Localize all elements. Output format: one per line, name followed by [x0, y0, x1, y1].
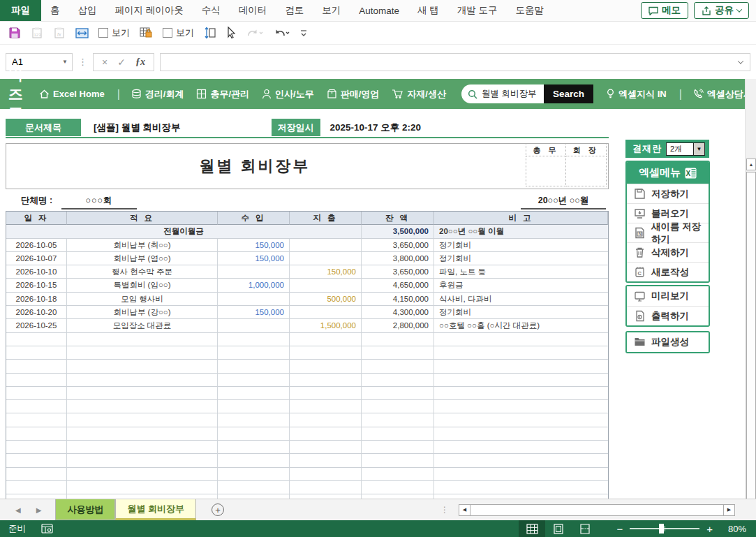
- zoom-in-button[interactable]: +: [706, 523, 713, 535]
- cell-desc[interactable]: [67, 400, 218, 413]
- col-header-date[interactable]: 일 자: [6, 212, 67, 225]
- scroll-left-button[interactable]: ◀: [459, 505, 470, 515]
- category-hr[interactable]: 인사/노무: [262, 88, 314, 101]
- view-toggle-2[interactable]: 보기: [163, 27, 194, 39]
- cell-balance[interactable]: [362, 427, 434, 441]
- cell-balance[interactable]: 3,800,000: [362, 252, 434, 265]
- cell-income[interactable]: [218, 427, 290, 441]
- cell-date[interactable]: [6, 346, 67, 360]
- cell-note[interactable]: [434, 333, 608, 346]
- vertical-scroll-thumb[interactable]: [746, 172, 756, 537]
- col-header-income[interactable]: 수 입: [218, 212, 290, 225]
- cell-desc[interactable]: 회비납부 (염○○): [67, 252, 218, 265]
- category-production[interactable]: 자재/생산: [392, 88, 446, 101]
- zoom-slider[interactable]: [630, 528, 699, 529]
- confirm-entry-icon[interactable]: ✓: [117, 57, 126, 68]
- formula-bar-expand-icon[interactable]: [738, 58, 743, 64]
- cell-date[interactable]: 2026-10-07: [6, 252, 67, 265]
- search-box[interactable]: [461, 84, 544, 103]
- cell-note[interactable]: [434, 427, 608, 441]
- toolbar-overflow-icon[interactable]: [299, 29, 308, 37]
- zoom-out-button[interactable]: −: [616, 523, 623, 535]
- cell-expense[interactable]: [290, 481, 362, 494]
- share-button[interactable]: 공유: [694, 2, 749, 19]
- cell-balance[interactable]: 4,300,000: [362, 306, 434, 319]
- cell-desc[interactable]: [67, 454, 218, 467]
- cell-desc[interactable]: [67, 413, 218, 427]
- cell-income[interactable]: [218, 374, 290, 387]
- cell-balance[interactable]: [362, 441, 434, 454]
- cell-balance[interactable]: 4,650,000: [362, 279, 434, 292]
- insert-function-icon[interactable]: ƒx: [135, 57, 145, 68]
- zoom-slider-thumb[interactable]: [659, 524, 664, 534]
- cell-expense[interactable]: [290, 252, 362, 265]
- cell-expense[interactable]: [290, 427, 362, 441]
- cell-note[interactable]: [434, 374, 608, 387]
- sheet-nav-right-icon[interactable]: ▶: [36, 506, 42, 514]
- sheet-nav-left-icon[interactable]: ◀: [15, 506, 21, 514]
- cell-note[interactable]: 파일, 노트 등: [434, 265, 608, 279]
- cell-note[interactable]: 정기회비: [434, 306, 608, 319]
- cell-expense[interactable]: 1,500,000: [290, 319, 362, 332]
- menu-preview-button[interactable]: 미리보기: [627, 286, 709, 306]
- cell-balance[interactable]: [362, 413, 434, 427]
- cell-income[interactable]: 150,000: [218, 252, 290, 265]
- cell-date[interactable]: 2026-10-25: [6, 319, 67, 332]
- search-button[interactable]: Search: [544, 84, 593, 103]
- cell-expense[interactable]: [290, 374, 362, 387]
- cell-expense[interactable]: [290, 333, 362, 346]
- category-admin[interactable]: 총무/관리: [196, 88, 249, 101]
- cell-note[interactable]: 후원금: [434, 279, 608, 292]
- cell-income[interactable]: [218, 481, 290, 494]
- sheet-tab-usage[interactable]: 사용방법: [55, 499, 115, 520]
- macro-record-icon[interactable]: [41, 524, 53, 534]
- cell-note[interactable]: 식사비, 다과비: [434, 293, 608, 306]
- cell-income[interactable]: [218, 441, 290, 454]
- cell-date[interactable]: [6, 468, 67, 481]
- col-header-balance[interactable]: 잔 액: [362, 212, 434, 225]
- protect-sheet-icon[interactable]: [140, 27, 153, 39]
- cell-income[interactable]: 150,000: [218, 306, 290, 319]
- cell-date[interactable]: [6, 360, 67, 373]
- cell-desc[interactable]: [67, 360, 218, 373]
- dropdown-arrow-icon[interactable]: ▼: [693, 143, 704, 155]
- cell-date[interactable]: 2026-10-20: [6, 306, 67, 319]
- category-accounting[interactable]: 경리/회계: [131, 88, 184, 101]
- category-sales[interactable]: 판매/영업: [327, 88, 380, 101]
- cell-balance[interactable]: [362, 374, 434, 387]
- tab-formulas[interactable]: 수식: [193, 0, 230, 21]
- cell-income[interactable]: [218, 333, 290, 346]
- column-width-icon[interactable]: [75, 27, 89, 39]
- cell-expense[interactable]: [290, 239, 362, 252]
- cell-desc[interactable]: 모임 행사비: [67, 293, 218, 306]
- cell-desc[interactable]: 행사 현수막 주문: [67, 265, 218, 279]
- cell-date[interactable]: 2026-10-05: [6, 239, 67, 252]
- col-header-desc[interactable]: 적 요: [67, 212, 218, 225]
- cell-income[interactable]: 150,000: [218, 239, 290, 252]
- cell-balance[interactable]: [362, 346, 434, 360]
- name-box-dropdown-icon[interactable]: ▼: [62, 59, 68, 65]
- cell-expense[interactable]: [290, 441, 362, 454]
- page-break-view-button[interactable]: [572, 520, 598, 537]
- cell-desc[interactable]: [67, 441, 218, 454]
- cell-balance[interactable]: 2,800,000: [362, 319, 434, 332]
- menu-save-button[interactable]: 저장하기: [627, 184, 709, 203]
- cell-note[interactable]: [434, 454, 608, 467]
- cell-desc[interactable]: [67, 427, 218, 441]
- cell-date[interactable]: [6, 441, 67, 454]
- cell-balance[interactable]: [362, 454, 434, 467]
- formula-input[interactable]: [161, 54, 739, 71]
- scroll-up-button[interactable]: ▲: [746, 159, 756, 170]
- cell-expense[interactable]: [290, 400, 362, 413]
- cell-income[interactable]: [218, 293, 290, 306]
- cell-expense[interactable]: [290, 279, 362, 292]
- comments-button[interactable]: 메모: [641, 2, 688, 19]
- add-sheet-icon[interactable]: +: [212, 503, 224, 516]
- cell-balance[interactable]: [362, 387, 434, 400]
- approval-count-dropdown[interactable]: 2개 ▼: [666, 142, 705, 156]
- tab-developer[interactable]: 개발 도구: [448, 0, 507, 21]
- save-icon[interactable]: [8, 27, 21, 39]
- cell-date[interactable]: 2026-10-15: [6, 279, 67, 292]
- sheet-title[interactable]: 월별 회비장부: [6, 156, 503, 177]
- cancel-entry-icon[interactable]: ×: [102, 57, 108, 68]
